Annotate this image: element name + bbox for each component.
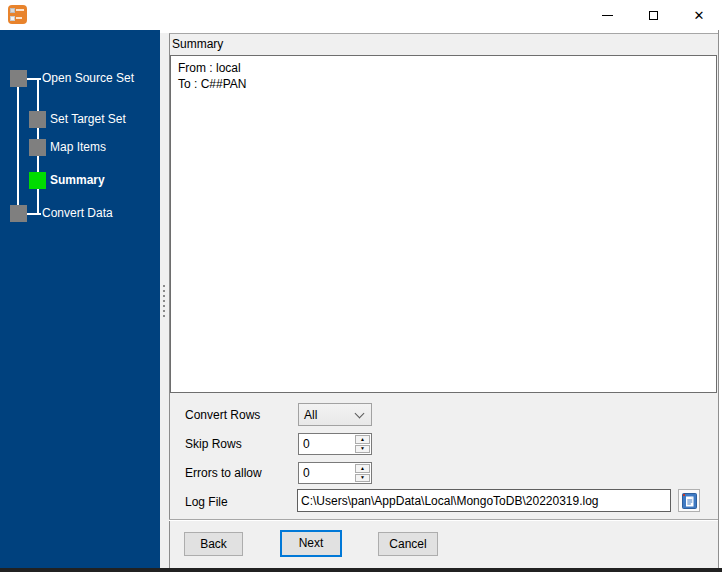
log-file-label: Log File [185, 495, 228, 509]
splitter[interactable] [160, 33, 169, 568]
triangle-up-icon: ▲ [360, 466, 365, 471]
step-label-map-items: Map Items [50, 139, 106, 156]
errors-to-allow-input[interactable] [299, 463, 354, 483]
app-icon-detail [10, 8, 15, 13]
browse-log-file-button[interactable] [678, 489, 700, 512]
skip-rows-stepper: ▲ ▼ [298, 433, 372, 455]
maximize-icon [649, 11, 658, 20]
wizard-steps-sidebar: Open Source Set Set Target Set Map Items… [0, 30, 160, 568]
minimize-button[interactable] [584, 0, 630, 30]
document-icon [682, 493, 697, 509]
splitter-grip[interactable] [163, 285, 165, 317]
convert-rows-value: All [299, 408, 356, 422]
step-label-convert-data: Convert Data [42, 205, 113, 222]
app-icon-detail [10, 16, 15, 21]
window-frame-bottom [0, 568, 722, 572]
summary-to-line: To : C##PAN [178, 76, 709, 92]
next-button[interactable]: Next [280, 530, 342, 557]
skip-rows-up-button[interactable]: ▲ [355, 435, 370, 444]
app-icon-detail [16, 9, 24, 11]
step-box-convert-data [10, 205, 27, 222]
step-box-summary [29, 172, 46, 189]
cancel-button[interactable]: Cancel [378, 532, 438, 556]
convert-rows-label: Convert Rows [185, 408, 260, 422]
minimize-icon [602, 15, 613, 16]
titlebar: ✕ [0, 0, 722, 30]
chevron-down-icon [355, 408, 365, 418]
convert-rows-select[interactable]: All [298, 403, 372, 426]
triangle-down-icon: ▼ [360, 475, 365, 480]
step-label-summary: Summary [50, 172, 105, 189]
errors-to-allow-label: Errors to allow [185, 466, 262, 480]
step-label-set-target-set: Set Target Set [50, 111, 126, 128]
close-button[interactable]: ✕ [676, 0, 722, 30]
skip-rows-down-button[interactable]: ▼ [355, 445, 370, 454]
triangle-up-icon: ▲ [360, 437, 365, 442]
summary-from-line: From : local [178, 60, 709, 76]
errors-down-button[interactable]: ▼ [355, 474, 370, 483]
window-frame-edge [718, 30, 722, 568]
back-button[interactable]: Back [184, 532, 243, 556]
wizard-window: ✕ Open Source Set Set Target Set Map Ite… [0, 0, 722, 572]
log-file-input[interactable] [297, 489, 671, 512]
errors-to-allow-stepper: ▲ ▼ [298, 462, 372, 484]
app-icon [8, 5, 27, 24]
step-box-set-target-set [29, 111, 46, 128]
step-box-map-items [29, 139, 46, 156]
maximize-button[interactable] [630, 0, 676, 30]
step-box-open-source-set [10, 70, 27, 87]
close-icon: ✕ [694, 9, 705, 22]
skip-rows-input[interactable] [299, 434, 354, 454]
skip-rows-label: Skip Rows [185, 437, 242, 451]
summary-textbox[interactable]: From : local To : C##PAN [170, 55, 717, 393]
panel-caption: Summary [172, 37, 223, 51]
errors-up-button[interactable]: ▲ [355, 464, 370, 473]
triangle-down-icon: ▼ [360, 446, 365, 451]
app-icon-detail [16, 17, 22, 19]
step-label-open-source-set: Open Source Set [42, 70, 134, 87]
separator-line [169, 519, 718, 521]
step-connector-line [17, 78, 19, 215]
